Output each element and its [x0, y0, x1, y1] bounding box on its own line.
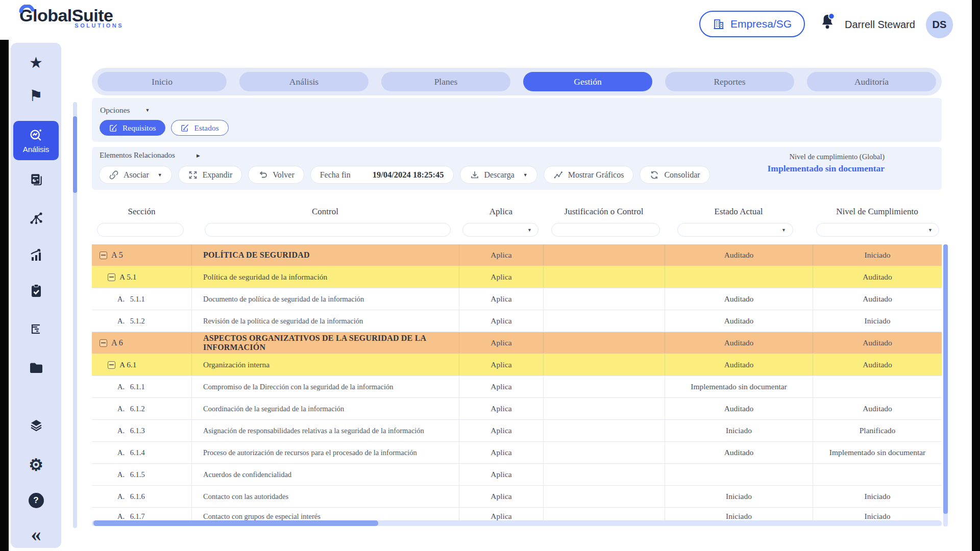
tab-analisis[interactable]: Análisis	[239, 72, 369, 91]
tab-reportes[interactable]: Reportes	[665, 72, 794, 91]
cell-aplica: Aplica	[459, 310, 543, 332]
notifications-bell[interactable]	[819, 13, 836, 30]
tab-inicio[interactable]: Inicio	[97, 72, 227, 91]
cell-aplica: Aplica	[459, 354, 543, 375]
window-edge-left	[0, 30, 9, 551]
filter-nivel-select[interactable]	[816, 223, 939, 237]
table-row[interactable]: A 5POLÍTICA DE SEGURIDADAplicaAuditadoIn…	[92, 244, 942, 266]
folder-icon	[29, 361, 44, 374]
cell-nivel	[813, 376, 942, 397]
cell-aplica: Aplica	[459, 398, 543, 419]
collapse-minus-icon[interactable]	[108, 273, 115, 281]
table-row[interactable]: A. 6.1.2Coordinación de la seguridad de …	[92, 398, 942, 420]
table-vscrollbar-thumb[interactable]	[943, 244, 948, 514]
sidebar-item-reports[interactable]	[11, 170, 61, 189]
descarga-button[interactable]: Descarga ▼	[460, 166, 537, 184]
company-switcher-button[interactable]: Empresa/SG	[699, 11, 805, 37]
table-row[interactable]: A. 6.1.1Compromiso de la Dirección con l…	[92, 376, 942, 398]
sidebar-item-tasks[interactable]	[11, 282, 61, 300]
mostrar-graficos-label: Mostrar Gráficos	[568, 170, 624, 180]
tab-gestion[interactable]: Gestión	[523, 72, 652, 91]
table-row[interactable]: A 6.1Organización internaAplicaAuditadoA…	[92, 354, 942, 376]
expandir-button[interactable]: Expandir	[178, 166, 242, 184]
sidebar-item-documents[interactable]	[11, 359, 61, 377]
filter-control-input[interactable]	[205, 223, 451, 237]
table-row[interactable]: A. 6.1.6Contacto con las autoridadesApli…	[92, 486, 942, 508]
collapse-minus-icon[interactable]	[108, 361, 115, 369]
sidebar-item-help[interactable]: ?	[11, 491, 61, 510]
tab-planes[interactable]: Planes	[381, 72, 510, 91]
user-avatar[interactable]: DS	[926, 11, 953, 38]
cell-seccion: A. 6.1.4	[92, 442, 191, 463]
sidebar-item-flags[interactable]: ⚑	[11, 87, 61, 105]
section-code: A 5	[111, 251, 123, 260]
page-scrollbar-thumb[interactable]	[73, 116, 77, 193]
cell-estado: Auditado	[665, 310, 813, 332]
table-header-row: Sección Control Aplica Justificación o C…	[92, 207, 942, 222]
cell-control: Organización interna	[191, 354, 459, 375]
collapse-minus-icon[interactable]	[100, 252, 107, 259]
sidebar-item-network[interactable]	[11, 209, 61, 228]
cell-nivel: Auditado	[813, 398, 942, 419]
sidebar-item-favorites[interactable]: ★	[11, 54, 61, 72]
cell-estado: Implementado sin documentar	[665, 376, 813, 397]
table-row[interactable]: A 6ASPECTOS ORGANIZATIVOS DE LA SEGURIDA…	[92, 332, 942, 354]
options-dropdown[interactable]: Opciones ▼	[100, 106, 150, 115]
related-elements-expander[interactable]: Elementos Relacionados ▶	[100, 151, 200, 160]
expand-icon	[188, 170, 198, 180]
cell-control: Política de seguridad de la información	[191, 266, 459, 288]
collapse-minus-icon[interactable]	[100, 339, 107, 347]
filter-justificacion-input[interactable]	[551, 223, 660, 237]
analysis-chart-search-icon	[29, 128, 43, 142]
asociar-label: Asociar	[124, 170, 149, 180]
window-edge-right	[972, 0, 980, 551]
gantt-icon	[30, 322, 43, 336]
logo-g-arc-icon	[18, 5, 37, 17]
link-icon	[109, 170, 119, 180]
section-code: A 6	[111, 338, 123, 347]
asociar-button[interactable]: Asociar ▼	[99, 166, 172, 184]
mostrar-graficos-button[interactable]: Mostrar Gráficos	[544, 166, 634, 184]
sidebar-collapse-button[interactable]: «	[11, 525, 61, 543]
filter-seccion-input[interactable]	[97, 223, 184, 237]
filter-estado-select[interactable]	[677, 223, 793, 237]
requisitos-button[interactable]: Requisitos	[100, 120, 165, 136]
volver-label: Volver	[273, 170, 294, 180]
section-code: A. 5.1.2	[117, 317, 145, 325]
table-row[interactable]: A 5.1Política de seguridad de la informa…	[92, 266, 942, 288]
table-row[interactable]: A. 6.1.5Acuerdos de confidencialidadApli…	[92, 464, 942, 486]
cell-seccion: A 6	[92, 332, 191, 354]
sidebar-item-statistics[interactable]	[11, 246, 61, 264]
tab-auditoria[interactable]: Auditoría	[807, 72, 936, 91]
cell-control: Asignación de responsabilidades relativa…	[191, 420, 459, 441]
user-name[interactable]: Darrell Steward	[845, 19, 915, 31]
cell-estado: Auditado	[665, 398, 813, 419]
volver-button[interactable]: Volver	[248, 166, 304, 184]
help-icon: ?	[29, 493, 44, 508]
sidebar-item-settings[interactable]: ⚙	[11, 456, 61, 474]
fecha-fin-field[interactable]: Fecha fin 19/04/2024 18:25:45	[310, 166, 454, 184]
estados-button[interactable]: Estados	[171, 120, 228, 136]
cell-control: Coordinación de la seguridad de la infor…	[191, 398, 459, 419]
sidebar-item-layers[interactable]	[11, 416, 61, 435]
sidebar-item-planning[interactable]	[11, 320, 61, 338]
sidebar-item-analisis[interactable]: Análisis	[13, 121, 59, 160]
table-row[interactable]: A. 6.1.3Asignación de responsabilidades …	[92, 420, 942, 442]
cell-seccion: A 5.1	[92, 266, 191, 288]
cell-justificacion	[543, 266, 665, 288]
cell-seccion: A. 6.1.5	[92, 464, 191, 485]
cell-nivel	[813, 464, 942, 485]
section-code: A. 6.1.3	[117, 427, 145, 435]
consolidar-button[interactable]: Consolidar	[640, 166, 709, 184]
cell-aplica: Aplica	[459, 266, 543, 288]
compliance-value-link[interactable]: Implementado sin documentar	[768, 163, 885, 174]
table-row[interactable]: A. 5.1.1Documento de política de segurid…	[92, 288, 942, 310]
cell-nivel: Iniciado	[813, 244, 942, 266]
section-code: A. 6.1.7	[117, 512, 145, 521]
table-row[interactable]: A. 6.1.4Proceso de autorización de recur…	[92, 442, 942, 464]
table-row[interactable]: A. 5.1.2Revisión de la política de segur…	[92, 310, 942, 332]
cell-justificacion	[543, 420, 665, 441]
cell-nivel: Implementado sin documentar	[813, 442, 942, 463]
filter-aplica-select[interactable]	[462, 223, 538, 237]
table-hscrollbar-thumb[interactable]	[93, 520, 378, 526]
